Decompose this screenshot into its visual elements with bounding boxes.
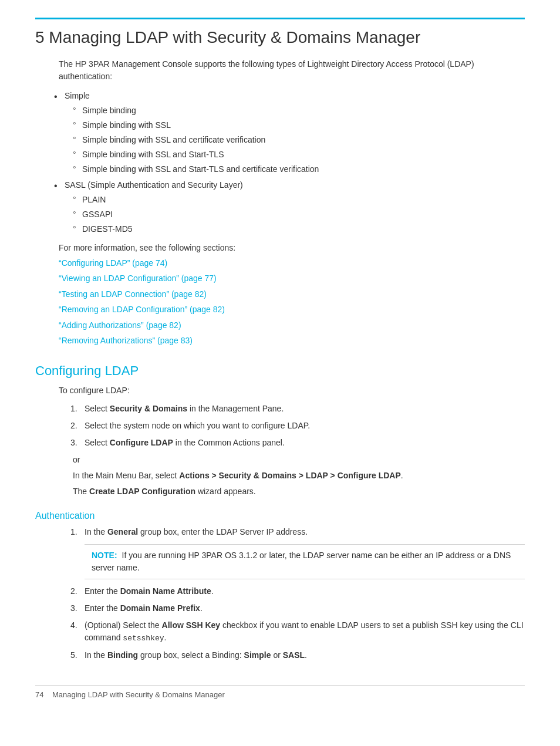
wizard-bold: Create LDAP Configuration — [89, 487, 195, 496]
sub-list-item: Simple binding — [82, 104, 525, 117]
note-box: NOTE:If you are running HP 3PAR OS 3.1.2… — [85, 544, 525, 579]
simple-sub-list: Simple binding Simple binding with SSL S… — [82, 104, 525, 175]
sub-list-item: Simple binding with SSL — [82, 119, 525, 131]
sub-list-item: GSSAPI — [82, 208, 525, 221]
note-label: NOTE: — [92, 551, 117, 560]
link-viewing-ldap[interactable]: “Viewing an LDAP Configuration” (page 77… — [59, 272, 525, 285]
main-menu-bold: Actions > Security & Domains > LDAP > Co… — [179, 471, 400, 480]
list-item-sasl: SASL (Simple Authentication and Security… — [65, 179, 525, 235]
auth-step1-bold: General — [107, 527, 138, 536]
step-2: Select the system node on which you want… — [70, 420, 525, 432]
more-info-section: For more information, see the following … — [59, 241, 525, 347]
auth-step-5: In the Binding group box, select a Bindi… — [70, 649, 525, 661]
note-text: If you are running HP 3PAR OS 3.1.2 or l… — [92, 551, 511, 572]
sub-list-item: DIGEST-MD5 — [82, 223, 525, 235]
authentication-heading: Authentication — [35, 511, 525, 521]
ldap-types-list: Simple Simple binding Simple binding wit… — [65, 90, 525, 235]
main-menu-instruction: In the Main Menu Bar, select Actions > S… — [73, 470, 525, 482]
sub-list-item: Simple binding with SSL and Start-TLS — [82, 148, 525, 161]
auth-step4-code: setsshkey — [123, 634, 164, 643]
or-text: or — [73, 454, 525, 466]
step3-bold: Configure LDAP — [110, 438, 173, 447]
auth-step2-bold: Domain Name Attribute — [120, 586, 211, 596]
sub-list-item: Simple binding with SSL and Start-TLS an… — [82, 163, 525, 175]
chapter-title: 5 Managing LDAP with Security & Domains … — [35, 18, 525, 48]
auth-step5-bold3: SASL — [283, 650, 305, 660]
intro-paragraph: The HP 3PAR Management Console supports … — [59, 58, 525, 83]
link-testing-ldap[interactable]: “Testing an LDAP Connection” (page 82) — [59, 288, 525, 301]
configuring-ldap-body: To configure LDAP: Select Security & Dom… — [59, 384, 525, 498]
configuring-ldap-heading: Configuring LDAP — [35, 363, 525, 379]
page-footer: 74 Managing LDAP with Security & Domains… — [35, 685, 525, 699]
page-number: 74 — [35, 690, 43, 699]
step1-bold: Security & Domains — [110, 404, 187, 413]
footer-text: Managing LDAP with Security & Domains Ma… — [52, 690, 225, 699]
more-info-text: For more information, see the following … — [59, 241, 525, 254]
wizard-text: The Create LDAP Configuration wizard app… — [73, 485, 525, 498]
link-configuring-ldap[interactable]: “Configuring LDAP” (page 74) — [59, 256, 525, 269]
auth-steps-list: In the General group box, enter the LDAP… — [70, 526, 525, 661]
auth-step-1: In the General group box, enter the LDAP… — [70, 526, 525, 579]
auth-step-3: Enter the Domain Name Prefix. — [70, 602, 525, 615]
sasl-sub-list: PLAIN GSSAPI DIGEST-MD5 — [82, 194, 525, 235]
sub-list-item: Simple binding with SSL and certificate … — [82, 134, 525, 146]
configure-steps-list: Select Security & Domains in the Managem… — [70, 403, 525, 449]
auth-step5-bold: Binding — [107, 650, 138, 660]
to-configure-text: To configure LDAP: — [59, 384, 525, 397]
auth-step5-bold2: Simple — [244, 650, 271, 660]
auth-step3-bold: Domain Name Prefix — [120, 603, 200, 613]
list-item-simple: Simple Simple binding Simple binding wit… — [65, 90, 525, 175]
auth-step4-bold: Allow SSH Key — [162, 620, 221, 630]
authentication-body: In the General group box, enter the LDAP… — [59, 526, 525, 661]
step-3: Select Configure LDAP in the Common Acti… — [70, 437, 525, 449]
link-adding-auth[interactable]: “Adding Authorizations” (page 82) — [59, 319, 525, 332]
auth-step-4: (Optional) Select the Allow SSH Key chec… — [70, 619, 525, 644]
link-removing-ldap[interactable]: “Removing an LDAP Configuration” (page 8… — [59, 303, 525, 316]
sub-list-item: PLAIN — [82, 194, 525, 206]
link-removing-auth[interactable]: “Removing Authorizations” (page 83) — [59, 334, 525, 347]
auth-step-2: Enter the Domain Name Attribute. — [70, 585, 525, 598]
step-1: Select Security & Domains in the Managem… — [70, 403, 525, 415]
